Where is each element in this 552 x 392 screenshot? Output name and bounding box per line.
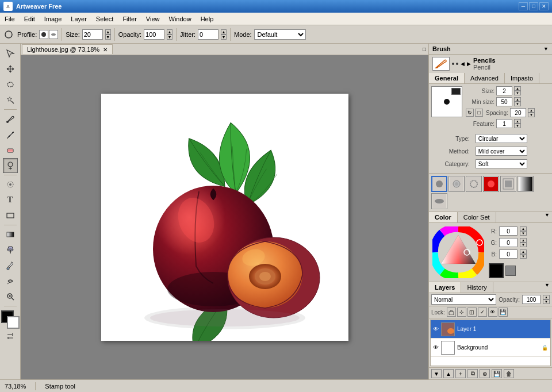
layer-merge-btn[interactable]: ⊕: [480, 369, 490, 378]
layer-delete-btn[interactable]: 🗑: [504, 369, 514, 378]
brush-spacing-down[interactable]: ▼: [528, 113, 535, 117]
canvas-maximize-btn[interactable]: □: [423, 46, 426, 52]
blend-mode-select[interactable]: Normal Multiply Screen Overlay: [431, 294, 496, 305]
menu-help[interactable]: Help: [196, 14, 218, 24]
color-set-tab[interactable]: Color Set: [458, 212, 496, 222]
brush-tab-general[interactable]: General: [429, 73, 465, 83]
color-wheel[interactable]: [432, 226, 484, 278]
method-select[interactable]: Mild cover Cover Wash: [476, 147, 527, 156]
opacity-down-btn[interactable]: ▼: [167, 34, 172, 40]
tool-magic-wand[interactable]: [3, 93, 18, 107]
color-panel-collapse[interactable]: ▼: [545, 212, 550, 222]
brush-min-size-up[interactable]: ▲: [514, 97, 521, 102]
opacity-up-btn[interactable]: ▲: [167, 29, 172, 34]
canvas-tab-lighthouse[interactable]: Lighthouse.jpg @ 73,18% ✕: [22, 44, 113, 54]
layers-opacity-down[interactable]: ▼: [543, 299, 550, 304]
b-down[interactable]: ▼: [520, 254, 527, 259]
opacity-input[interactable]: [144, 29, 164, 40]
tool-paintbrush[interactable]: [3, 112, 18, 126]
layer-view-btn[interactable]: 👁: [488, 308, 497, 317]
canvas-container[interactable]: [21, 55, 428, 379]
brush-thumb-6[interactable]: [518, 176, 534, 192]
type-select[interactable]: Circular Flat Custom: [476, 134, 527, 143]
tool-eyedropper[interactable]: [3, 258, 18, 273]
profile-rect-btn[interactable]: [49, 30, 58, 39]
g-input[interactable]: [499, 238, 518, 247]
menu-select[interactable]: Select: [91, 14, 118, 24]
tool-smudge[interactable]: [3, 274, 18, 289]
layer-save-btn2[interactable]: 💾: [492, 369, 502, 378]
lock-alpha-btn[interactable]: ◫: [467, 308, 477, 317]
minimize-button[interactable]: ─: [519, 2, 528, 10]
tool-paint-bucket[interactable]: [3, 243, 18, 258]
maximize-button[interactable]: □: [529, 2, 538, 10]
tool-text[interactable]: T: [3, 193, 18, 207]
r-up[interactable]: ▲: [520, 226, 527, 231]
canvas-tab-close[interactable]: ✕: [103, 47, 108, 53]
r-down[interactable]: ▼: [520, 231, 527, 236]
brush-spacing-input[interactable]: [510, 108, 526, 117]
layers-tab[interactable]: Layers: [429, 282, 461, 293]
brush-color-selector[interactable]: [451, 88, 461, 95]
brush-preview[interactable]: [432, 57, 450, 71]
b-input[interactable]: [499, 249, 518, 259]
brush-feature-input[interactable]: [496, 119, 512, 128]
secondary-color-swatch[interactable]: [505, 266, 516, 276]
jitter-down-btn[interactable]: ▼: [221, 34, 227, 40]
tool-profile-icon[interactable]: [2, 28, 15, 41]
brush-arrow-left[interactable]: ◀: [461, 61, 465, 67]
lock-position-btn[interactable]: ⊹: [457, 308, 466, 317]
layer-move-down-btn[interactable]: ▼: [431, 369, 442, 378]
layer-1-visibility[interactable]: 👁: [433, 326, 439, 332]
size-up-btn[interactable]: ▲: [105, 29, 111, 34]
brush-min-size-down[interactable]: ▼: [514, 102, 521, 106]
brush-thumb-7[interactable]: [431, 193, 447, 209]
layer-add-btn[interactable]: +: [455, 369, 466, 378]
brush-thumb-2[interactable]: [448, 176, 465, 192]
brush-tab-advanced[interactable]: Advanced: [465, 73, 505, 83]
layer-item-1[interactable]: 👁 Layer 1: [431, 320, 550, 339]
tool-zoom[interactable]: [3, 289, 18, 304]
layer-item-background[interactable]: 👁 Background 🔒: [431, 339, 550, 357]
brush-tab-impasto[interactable]: Impasto: [505, 73, 539, 83]
background-color[interactable]: [7, 316, 20, 329]
g-up[interactable]: ▲: [520, 238, 527, 243]
tool-lasso[interactable]: [3, 77, 18, 92]
layers-opacity-up[interactable]: ▲: [543, 295, 550, 299]
brush-size-up[interactable]: ▲: [514, 86, 521, 91]
layer-move-up-btn[interactable]: ▲: [443, 369, 454, 378]
brush-size-down[interactable]: ▼: [514, 91, 521, 95]
brush-arrow-right[interactable]: ▶: [467, 61, 471, 67]
close-button[interactable]: ✕: [539, 2, 549, 10]
brush-size-input[interactable]: [496, 86, 512, 95]
brush-thumb-3[interactable]: [466, 176, 482, 192]
g-down[interactable]: ▼: [520, 243, 527, 247]
lock-all-btn[interactable]: ✓: [478, 308, 487, 317]
r-input[interactable]: [499, 226, 518, 236]
brush-dot-1[interactable]: [452, 63, 454, 65]
category-select[interactable]: Soft Hard Bristle: [476, 159, 527, 168]
brush-panel-collapse[interactable]: ▼: [543, 46, 549, 52]
tool-move[interactable]: [3, 62, 18, 76]
color-tab[interactable]: Color: [429, 212, 458, 222]
layers-opacity-input[interactable]: [522, 295, 540, 304]
menu-edit[interactable]: Edit: [20, 14, 40, 24]
color-display[interactable]: [1, 310, 20, 329]
brush-dot-2[interactable]: [456, 63, 458, 65]
lock-pixels-btn[interactable]: [447, 308, 456, 317]
tool-blur[interactable]: [3, 177, 18, 192]
history-tab[interactable]: History: [461, 282, 493, 293]
brush-thumb-1[interactable]: [431, 176, 447, 192]
tool-eraser[interactable]: [3, 143, 18, 157]
tool-gradient[interactable]: [3, 227, 18, 242]
menu-window[interactable]: Window: [164, 14, 196, 24]
brush-spacing-up[interactable]: ▲: [528, 108, 535, 113]
swap-colors-btn[interactable]: [6, 332, 15, 341]
menu-filter[interactable]: Filter: [118, 14, 141, 24]
layer-duplicate-btn[interactable]: ⧉: [467, 369, 478, 378]
tool-rectangle[interactable]: [3, 208, 18, 223]
brush-thumb-5[interactable]: [500, 176, 516, 192]
menu-file[interactable]: File: [0, 14, 20, 24]
b-up[interactable]: ▲: [520, 249, 527, 254]
layer-save-btn[interactable]: 💾: [499, 308, 508, 317]
